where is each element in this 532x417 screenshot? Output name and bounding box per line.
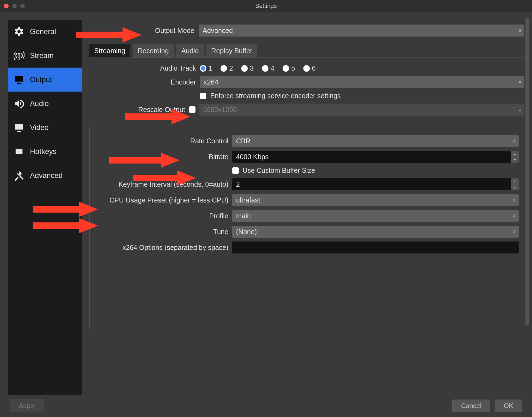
tune-select[interactable]: (None) ⇳ — [232, 226, 519, 238]
sidebar-item-label: General — [30, 28, 56, 36]
radio-label: 4 — [271, 64, 274, 72]
tab-streaming[interactable]: Streaming — [89, 44, 130, 58]
keyframe-spinner[interactable]: ▲▼ — [511, 178, 519, 190]
scrollbar[interactable] — [525, 17, 529, 325]
radio-label: 3 — [250, 64, 254, 72]
tab-replay-buffer[interactable]: Replay Buffer — [206, 44, 257, 58]
radio-label: 2 — [229, 64, 233, 72]
window-title: Settings — [0, 2, 532, 10]
enforce-label: Enforce streaming service encoder settin… — [210, 92, 341, 100]
chevron-down-icon[interactable]: ▼ — [511, 157, 519, 163]
enforce-checkbox[interactable] — [200, 93, 206, 99]
rate-control-label: Rate Control — [95, 137, 228, 145]
rescale-row: Rescale Output 1680x1050 ⌄ — [89, 104, 524, 116]
enforce-row: Enforce streaming service encoder settin… — [89, 92, 524, 100]
chevron-up-icon[interactable]: ▲ — [511, 151, 519, 157]
bitrate-row: Bitrate 4000 Kbps ▲▼ — [95, 151, 519, 163]
audio-track-radio-4[interactable] — [262, 65, 268, 72]
keyboard-icon — [13, 146, 26, 157]
rate-control-select[interactable]: CBR ⇳ — [232, 135, 519, 147]
sidebar-item-label: Audio — [30, 99, 49, 108]
chevron-updown-icon: ⇳ — [516, 25, 524, 37]
rate-control-row: Rate Control CBR ⇳ — [95, 135, 519, 147]
sidebar-item-output[interactable]: Output — [8, 68, 82, 92]
rescale-value: 1680x1050 — [203, 106, 237, 114]
x264-options-row: x264 Options (separated by space) — [95, 241, 519, 253]
audio-track-radiogroup: 1 2 3 4 5 6 — [200, 64, 524, 72]
keyframe-label: Keyframe Interval (seconds, 0=auto) — [95, 180, 228, 188]
encoder-select[interactable]: x264 ⇳ — [200, 76, 524, 88]
tune-label: Tune — [95, 228, 228, 236]
radio-label: 6 — [312, 64, 316, 72]
cancel-button[interactable]: Cancel — [452, 400, 491, 412]
custom-buffer-row: Use Custom Buffer Size — [95, 167, 519, 174]
output-mode-value: Advanced — [203, 27, 233, 35]
profile-value: main — [236, 212, 251, 220]
bitrate-spinner[interactable]: ▲▼ — [511, 151, 519, 163]
tab-label: Replay Buffer — [211, 47, 252, 55]
encoder-settings-panel: Rate Control CBR ⇳ Bitrate 4000 Kbps ▲▼ — [89, 127, 524, 330]
tab-audio[interactable]: Audio — [176, 44, 204, 58]
x264-options-label: x264 Options (separated by space) — [95, 244, 228, 252]
ok-button[interactable]: OK — [495, 400, 522, 412]
audio-track-radio-5[interactable] — [283, 65, 289, 72]
radio-label: 5 — [291, 64, 295, 72]
sidebar-item-general[interactable]: General — [8, 20, 82, 44]
chevron-updown-icon: ⇳ — [510, 135, 519, 147]
sidebar-item-label: Hotkeys — [30, 147, 57, 156]
tab-recording[interactable]: Recording — [133, 44, 174, 58]
cpu-preset-label: CPU Usage Preset (higher = less CPU) — [95, 196, 228, 204]
keyframe-input[interactable]: 2 ▲▼ — [232, 178, 519, 190]
button-label: Apply — [19, 402, 35, 410]
rate-control-value: CBR — [236, 137, 250, 145]
chevron-down-icon[interactable]: ▼ — [511, 184, 519, 190]
profile-row: Profile main ⇳ — [95, 210, 519, 222]
audio-track-radio-1[interactable] — [200, 65, 206, 72]
sidebar-item-stream[interactable]: Stream — [8, 44, 82, 68]
chevron-updown-icon: ⇳ — [510, 226, 519, 238]
sidebar-item-advanced[interactable]: Advanced — [8, 164, 82, 188]
audio-track-radio-6[interactable] — [303, 65, 310, 72]
audio-track-radio-2[interactable] — [221, 65, 227, 72]
encoder-label: Encoder — [89, 78, 196, 86]
output-mode-label: Output Mode — [151, 27, 194, 35]
sidebar-item-label: Stream — [30, 52, 54, 60]
rescale-checkbox[interactable] — [189, 106, 195, 113]
cpu-preset-select[interactable]: ultrafast ⇳ — [232, 194, 519, 206]
rescale-select[interactable]: 1680x1050 ⌄ — [199, 104, 524, 116]
radio-label: 1 — [209, 64, 212, 72]
profile-select[interactable]: main ⇳ — [232, 210, 519, 222]
tab-label: Audio — [181, 47, 199, 55]
output-mode-select[interactable]: Advanced ⇳ — [199, 25, 524, 37]
apply-button[interactable]: Apply — [10, 400, 44, 412]
audio-track-radio-3[interactable] — [241, 65, 248, 72]
gear-icon — [13, 26, 26, 37]
encoder-row: Encoder x264 ⇳ — [89, 76, 524, 88]
tab-label: Streaming — [94, 47, 125, 55]
tab-label: Recording — [138, 47, 169, 55]
chevron-updown-icon: ⇳ — [510, 210, 519, 222]
monitor-icon — [13, 122, 26, 133]
custom-buffer-label: Use Custom Buffer Size — [243, 167, 315, 174]
speaker-icon — [13, 98, 26, 109]
bitrate-input[interactable]: 4000 Kbps ▲▼ — [232, 151, 519, 163]
tools-icon — [13, 170, 26, 181]
x264-options-input[interactable] — [232, 241, 519, 253]
footer: Apply Cancel OK — [0, 395, 532, 417]
audio-track-row: Audio Track 1 2 3 4 5 6 — [89, 64, 524, 72]
sidebar-item-audio[interactable]: Audio — [8, 92, 82, 116]
sidebar: General Stream Output Audio Video — [8, 20, 82, 395]
custom-buffer-checkbox[interactable] — [232, 167, 239, 174]
chevron-up-icon[interactable]: ▲ — [511, 178, 519, 184]
chevron-updown-icon: ⇳ — [510, 194, 519, 206]
button-label: Cancel — [461, 402, 482, 410]
sidebar-item-label: Output — [30, 75, 52, 84]
sidebar-item-hotkeys[interactable]: Hotkeys — [8, 140, 82, 164]
sidebar-item-video[interactable]: Video — [8, 116, 82, 140]
chevron-updown-icon: ⇳ — [516, 76, 524, 88]
output-mode-row: Output Mode Advanced ⇳ — [89, 25, 524, 37]
keyframe-value: 2 — [236, 180, 240, 188]
tune-row: Tune (None) ⇳ — [95, 226, 519, 238]
button-label: OK — [504, 402, 513, 410]
monitor-output-icon — [13, 74, 26, 85]
